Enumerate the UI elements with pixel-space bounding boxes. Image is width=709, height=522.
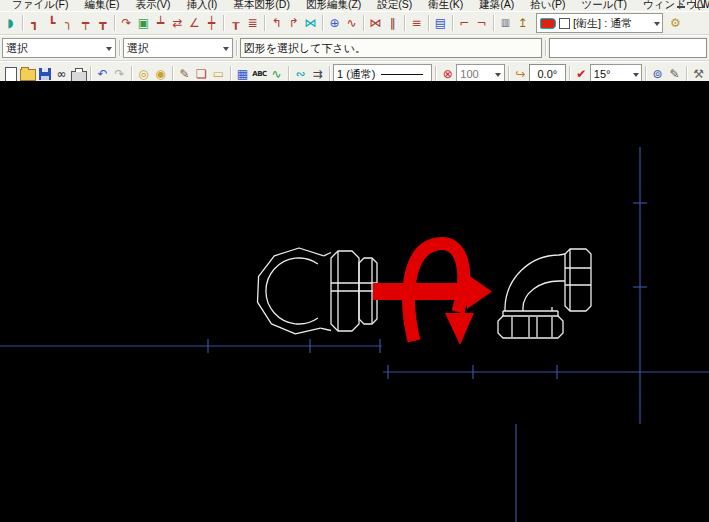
toolbar-separator [236, 40, 237, 56]
toolbar-separator [230, 66, 231, 82]
pipe-angle-icon[interactable]: ∠ [186, 14, 203, 32]
toolbar-separator [645, 66, 646, 82]
chevron-down-icon[interactable] [651, 15, 662, 31]
chevron-down-icon[interactable] [104, 40, 115, 56]
pipe-tee-icon[interactable]: ┳ [94, 14, 111, 32]
selection-mode-primary-value: 選択 [6, 41, 28, 56]
pipe-curve-icon[interactable]: ↷ [118, 14, 135, 32]
toolbar-separator [363, 15, 364, 31]
menu-item[interactable]: 基本図形(D) [225, 0, 298, 11]
toolbar-separator [428, 15, 429, 31]
left-pipe-fitting [258, 248, 378, 334]
menu-item[interactable]: ファイル(F) [4, 0, 76, 11]
flex-pipe-icon[interactable]: ∿ [343, 14, 360, 32]
chevron-down-icon[interactable] [630, 66, 641, 82]
window-controls [675, 0, 705, 8]
toolbar-separator [404, 15, 405, 31]
pipe-joint-icon[interactable]: ┷ [152, 14, 169, 32]
menu-item[interactable]: 編集(E) [76, 0, 127, 11]
slope-lines-icon[interactable]: ∥ [384, 14, 401, 32]
selection-mode-secondary-value: 選択 [127, 41, 149, 56]
toolbar-separator [288, 66, 289, 82]
layer-combo-value: [衛生] : 通常 [573, 16, 632, 31]
rotate-right-icon[interactable]: ↱ [285, 14, 302, 32]
drawing-canvas[interactable] [0, 81, 709, 522]
fitting-outline-a-icon[interactable]: ⌐ [456, 14, 473, 32]
toolbar-separator [508, 66, 509, 82]
target-icon[interactable]: ⊕ [326, 14, 343, 32]
right-pipe-fitting [498, 249, 591, 338]
layers-icon[interactable]: ▥ [497, 14, 514, 32]
piping-toolbar-trailing: ⚙ [667, 12, 684, 34]
pipe-drop-icon[interactable]: ┰ [227, 14, 244, 32]
restore-icon[interactable] [694, 0, 705, 8]
rotation-arrow [373, 243, 492, 345]
toolbar-separator [264, 15, 265, 31]
toolbar-separator [686, 66, 687, 82]
selection-mode-primary[interactable]: 選択 [2, 38, 116, 58]
toolbar-separator [114, 15, 115, 31]
pipe-split-icon[interactable]: ⋈ [367, 14, 384, 32]
line-style-preview [381, 74, 423, 75]
piping-toolbar-icons: ◗┓┗╮┯┳↷▣┷⇄∠┿┰≣↰↱⋈⊕∿⋈∥≡▤⌐¬▥↥ [2, 12, 531, 34]
menu-item[interactable]: 図形編集(Z) [298, 0, 369, 11]
toolbar-separator [435, 66, 436, 82]
toolbar-separator [452, 15, 453, 31]
selection-bar: 選択 選択 図形を選択して下さい。 [0, 35, 709, 61]
coordinate-input-field[interactable] [549, 38, 707, 58]
fitting-outline-b-icon[interactable]: ¬ [473, 14, 490, 32]
toolbar-separator [322, 15, 323, 31]
pipe-stack-icon[interactable]: ≣ [244, 14, 261, 32]
layer-combo[interactable]: [衛生] : 通常 [536, 13, 663, 33]
prompt-message: 図形を選択して下さい。 [244, 41, 366, 56]
toolbar-separator [131, 66, 132, 82]
angle-value: 0.0° [538, 68, 558, 80]
menu-items: ファイル(F)編集(E)表示(V)挿入(I)基本図形(D)図形編集(Z)設定(S… [4, 0, 709, 11]
pipe-connect-icon[interactable]: ⋈ [302, 14, 319, 32]
pipe-bend-icon[interactable]: ╮ [60, 14, 77, 32]
pipe-cross-icon[interactable]: ┿ [203, 14, 220, 32]
chevron-down-icon[interactable] [493, 66, 504, 82]
toolbar-separator [119, 40, 120, 56]
pipe-tee-down-icon[interactable]: ┯ [77, 14, 94, 32]
toolbar-separator [223, 15, 224, 31]
snap-angle-value: 15° [594, 68, 611, 80]
panel-grid-icon[interactable]: ▤ [432, 14, 449, 32]
toolbar-separator [545, 40, 546, 56]
menu-item[interactable]: 挿入(I) [178, 0, 225, 11]
selection-mode-secondary[interactable]: 選択 [123, 38, 233, 58]
menu-item[interactable]: 建築(A) [471, 0, 522, 11]
piping-toolbar: ◗┓┗╮┯┳↷▣┷⇄∠┿┰≣↰↱⋈⊕∿⋈∥≡▤⌐¬▥↥ [衛生] : 通常 ⚙ [0, 11, 709, 35]
line-type-value: 1 (通常) [337, 67, 376, 82]
hatch-icon[interactable]: ≡ [408, 14, 425, 32]
prompt-message-field: 図形を選択して下さい。 [240, 38, 542, 58]
menu-item[interactable]: 衛生(K) [420, 0, 471, 11]
layer-fill-box-icon [559, 18, 570, 29]
layer-up-icon[interactable]: ↥ [514, 14, 531, 32]
pipe-start-icon[interactable]: ◗ [2, 14, 19, 32]
scale-value: 100 [460, 68, 478, 80]
guide-lines [0, 147, 709, 522]
pipe-riser-icon[interactable]: ┗ [43, 14, 60, 32]
toolbar-separator [569, 66, 570, 82]
toolbar-separator [22, 15, 23, 31]
layer-color-swatch-icon [540, 18, 556, 29]
layer-settings-icon[interactable]: ⚙ [667, 14, 684, 32]
minimize-icon[interactable] [675, 0, 686, 8]
toolbar-separator [493, 15, 494, 31]
menu-item[interactable]: 拾い(P) [522, 0, 573, 11]
menu-item[interactable]: 表示(V) [127, 0, 178, 11]
pipe-valve-icon[interactable]: ▣ [135, 14, 152, 32]
pipe-stretch-icon[interactable]: ⇄ [169, 14, 186, 32]
toolbar-separator [90, 66, 91, 82]
pipe-elbow-icon[interactable]: ┓ [26, 14, 43, 32]
menu-item[interactable]: 設定(S) [369, 0, 420, 11]
chevron-down-icon[interactable] [221, 40, 232, 56]
toolbar-separator [172, 66, 173, 82]
toolbar-separator [329, 66, 330, 82]
menu-bar: ファイル(F)編集(E)表示(V)挿入(I)基本図形(D)図形編集(Z)設定(S… [0, 0, 709, 11]
rotate-left-icon[interactable]: ↰ [268, 14, 285, 32]
menu-item[interactable]: ツール(T) [574, 0, 635, 11]
